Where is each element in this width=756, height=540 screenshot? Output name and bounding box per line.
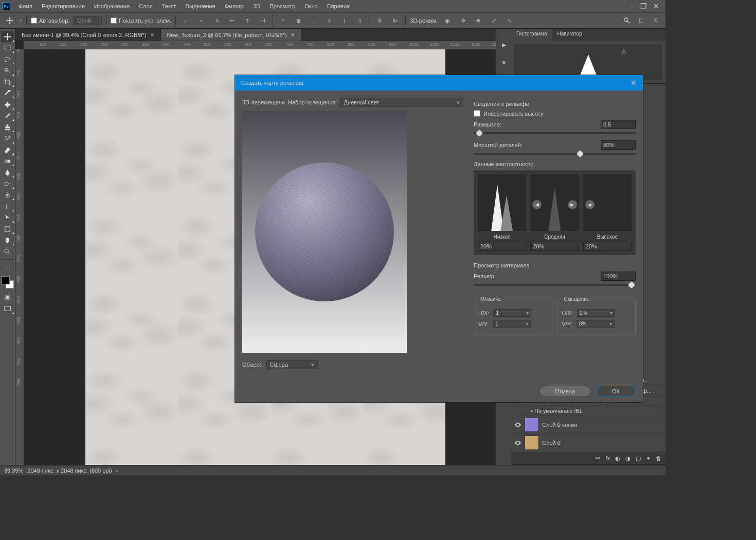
zoom-tool[interactable] (1, 246, 14, 257)
dialog-title[interactable]: Создать карту рельефа ✕ (235, 75, 643, 91)
search-icon[interactable] (621, 15, 633, 26)
menu-text[interactable]: Текст (158, 1, 181, 11)
detail-slider[interactable] (474, 153, 636, 155)
menu-file[interactable]: Файл (14, 1, 37, 11)
invert-height-checkbox[interactable]: Инвертировать высоту (474, 110, 636, 117)
minimize-icon[interactable]: — (627, 2, 634, 10)
mosaic-vy[interactable]: 1 (493, 320, 531, 328)
menu-edit[interactable]: Редактирование (38, 1, 89, 11)
move-tool[interactable] (1, 31, 14, 42)
offset-vy[interactable]: 0% (577, 320, 615, 328)
edit-toolbar[interactable]: ⋯ (1, 262, 14, 273)
fg-color[interactable] (2, 276, 10, 284)
layer-row[interactable]: Слой 0 копия (511, 416, 665, 434)
blur-input[interactable] (601, 120, 636, 129)
tab-doc2[interactable]: New_Texture_2 @ 66,7% (tile_pattern, RGB… (161, 29, 301, 41)
object-dropdown[interactable]: Сфера (266, 360, 318, 369)
chevron-right-icon[interactable]: › (116, 467, 118, 474)
spacing-icon2[interactable]: ⊫ (390, 15, 401, 26)
eraser-tool[interactable] (1, 144, 14, 155)
wand-tool[interactable] (1, 65, 14, 76)
histogram-tab[interactable]: Гистограмма (511, 29, 552, 41)
arrow-left-icon[interactable]: ◀ (585, 200, 595, 209)
lasso-tool[interactable] (1, 53, 14, 65)
align-left-icon[interactable]: ⊢ (226, 15, 238, 26)
menu-3d[interactable]: 3D (249, 1, 264, 11)
close-tab-icon[interactable]: × (151, 31, 154, 39)
autoselect-mode[interactable]: Слой (74, 16, 102, 25)
menu-window[interactable]: Окно (300, 1, 322, 11)
close-icon[interactable]: ✕ (653, 2, 659, 10)
dolly-3d-icon[interactable]: ❖ (473, 15, 484, 26)
screenmode-tool[interactable] (1, 303, 14, 314)
mask-icon[interactable]: ◐ (615, 455, 620, 462)
crop-tool[interactable] (1, 76, 14, 87)
doc-info[interactable]: 2048 пикс. x 2048 пикс. (600 ppi) (27, 467, 112, 474)
pen-tool[interactable] (1, 189, 14, 201)
distribute-icon6[interactable]: ⫵ (354, 15, 366, 26)
menu-layers[interactable]: Слои (135, 1, 157, 11)
slide-3d-icon[interactable]: ⤢ (488, 15, 499, 26)
play-icon[interactable]: ▶ (498, 39, 510, 50)
hand-tool[interactable] (1, 235, 14, 246)
menu-select[interactable]: Выделение (182, 1, 220, 11)
text-tool[interactable]: T (1, 201, 14, 212)
menu-filter[interactable]: Фильтр (221, 1, 248, 11)
zoom-level[interactable]: 39,39% (4, 467, 23, 474)
show-controls-checkbox[interactable]: Показать упр. элем. (111, 17, 171, 24)
new-layer-icon[interactable]: ✦ (646, 455, 651, 462)
fx-icon[interactable]: fx (605, 455, 610, 461)
distribute-icon2[interactable]: ≣ (293, 15, 304, 26)
link-layers-icon[interactable]: ⚯ (596, 455, 600, 462)
contrast-high-input[interactable] (583, 242, 632, 251)
layer-row[interactable]: Слой 0 (511, 434, 665, 452)
distribute-icon4[interactable]: ⫴ (323, 15, 335, 26)
relief-input[interactable] (601, 272, 636, 281)
distribute-icon[interactable]: ≡ (277, 15, 289, 26)
group-icon[interactable]: ▢ (636, 455, 641, 462)
align-bottom-icon[interactable]: ⫡ (211, 15, 222, 26)
lightset-dropdown[interactable]: Дневной свет (340, 98, 463, 107)
eyedropper-tool[interactable] (1, 87, 14, 99)
tab-doc1[interactable]: Без имени-1 @ 39,4% (Слой 0 копия 2, RGB… (15, 29, 161, 41)
distribute-icon5[interactable]: ⫲ (339, 15, 350, 26)
history-brush-tool[interactable] (1, 133, 14, 144)
share-icon[interactable]: ⇱ (650, 15, 661, 26)
detail-input[interactable] (601, 140, 636, 150)
layer-row[interactable]: ▪ По умолчанию IBL (511, 406, 665, 416)
marquee-tool[interactable] (1, 42, 14, 53)
heal-tool[interactable] (1, 99, 14, 110)
autoselect-checkbox[interactable]: Автовыбор: (31, 17, 69, 24)
blur-slider[interactable] (474, 132, 636, 134)
menu-view[interactable]: Просмотр (265, 1, 299, 11)
brush-tool[interactable] (1, 110, 14, 121)
shape-tool[interactable] (1, 223, 14, 235)
contrast-low-input[interactable] (478, 242, 526, 251)
align-hcenter-icon[interactable]: ⫪ (242, 15, 253, 26)
adjustment-icon[interactable]: ◑ (625, 455, 631, 462)
panel-icon[interactable]: ≡ (498, 57, 510, 68)
menu-help[interactable]: Справка (323, 1, 353, 11)
color-swatches[interactable] (2, 276, 14, 289)
cancel-button[interactable]: Отмена (539, 386, 591, 397)
align-top-icon[interactable]: ⫠ (180, 15, 191, 26)
delete-icon[interactable]: 🗑 (656, 455, 661, 461)
contrast-mid-input[interactable] (530, 242, 579, 251)
align-vcenter-icon[interactable]: ⫨ (195, 15, 207, 26)
path-select-tool[interactable] (1, 212, 14, 223)
arrow-right-icon[interactable]: ▶ (568, 200, 577, 209)
close-dialog-icon[interactable]: ✕ (631, 79, 637, 87)
maximize-icon[interactable]: ❐ (640, 2, 647, 10)
offset-ux[interactable]: 0% (577, 309, 615, 317)
mosaic-ux[interactable]: 1 (493, 309, 531, 317)
gradient-tool[interactable] (1, 155, 14, 167)
arrow-left-icon[interactable]: ◀ (532, 200, 542, 209)
3d-preview[interactable] (242, 111, 407, 353)
visibility-icon[interactable] (514, 439, 521, 446)
distribute-icon3[interactable]: ⋮ (308, 15, 319, 26)
visibility-icon[interactable] (514, 421, 521, 428)
align-right-icon[interactable]: ⊣ (257, 15, 268, 26)
orbit-3d-icon[interactable]: ◉ (442, 15, 453, 26)
relief-slider[interactable] (474, 284, 636, 286)
blur-tool[interactable] (1, 167, 14, 178)
